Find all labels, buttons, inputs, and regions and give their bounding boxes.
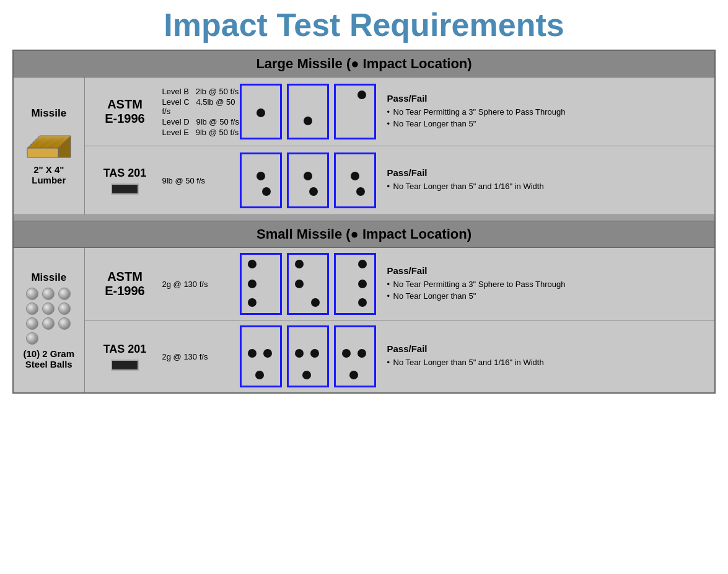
impact-dot bbox=[302, 371, 311, 379]
passfail-item: No Tear Longer than 5" bbox=[387, 119, 709, 128]
impact-dot bbox=[304, 117, 312, 125]
large-astm-row: ASTM E-1996 Level B 2lb @ 50 f/s Level C… bbox=[85, 77, 715, 146]
impact-dot bbox=[358, 298, 367, 307]
large-astm-spec: Level B 2lb @ 50 f/s Level C 4.5lb @ 50 … bbox=[159, 86, 240, 138]
impact-dot bbox=[342, 349, 351, 358]
impact-dot bbox=[257, 172, 265, 180]
small-astm-row: ASTM E-1996 2g @ 130 f/s bbox=[85, 248, 715, 320]
small-astm-diagrams bbox=[240, 253, 376, 315]
impact-dot bbox=[248, 260, 257, 268]
steel-ball bbox=[58, 302, 71, 315]
impact-box-3 bbox=[334, 253, 376, 315]
small-missile-header: Small Missile (● Impact Location) bbox=[13, 221, 715, 248]
impact-box-3 bbox=[334, 84, 376, 139]
steel-balls-grid bbox=[24, 288, 74, 345]
impact-dot bbox=[358, 260, 367, 268]
small-astm-row-cell: ASTM E-1996 2g @ 130 f/s bbox=[84, 248, 715, 320]
impact-dot bbox=[295, 260, 304, 268]
small-missile-cell: Missile (10) 2 GramSteel Balls bbox=[13, 248, 84, 394]
large-astm-passfail: Pass/Fail No Tear Permitting a 3" Sphere… bbox=[376, 93, 709, 131]
passfail-item: No Tear Longer than 5" bbox=[387, 291, 709, 301]
steel-ball bbox=[26, 288, 38, 300]
steel-ball bbox=[26, 332, 38, 345]
impact-dot bbox=[248, 349, 257, 358]
main-table: Large Missile (● Impact Location) Missil… bbox=[12, 50, 716, 394]
impact-dot bbox=[357, 349, 366, 358]
small-missile-size: (10) 2 GramSteel Balls bbox=[19, 348, 79, 369]
impact-dot bbox=[349, 371, 358, 379]
large-astm-standard: ASTM E-1996 bbox=[91, 97, 159, 126]
large-tas-passfail: Pass/Fail No Tear Longer than 5" and 1/1… bbox=[376, 167, 709, 193]
impact-dot bbox=[295, 349, 304, 358]
impact-dot bbox=[356, 187, 365, 196]
large-tas-spec: 9lb @ 50 f/s bbox=[159, 175, 240, 187]
impact-dot bbox=[309, 187, 318, 196]
impact-box-2 bbox=[287, 325, 329, 387]
steel-ball bbox=[42, 288, 55, 300]
impact-box-3 bbox=[334, 152, 376, 208]
large-tas-standard: TAS 201 bbox=[91, 167, 159, 195]
impact-dot bbox=[255, 371, 264, 379]
small-tas-passfail: Pass/Fail No Tear Longer than 5" and 1/1… bbox=[376, 343, 709, 369]
steel-ball bbox=[42, 317, 55, 330]
small-astm-spec: 2g @ 130 f/s bbox=[159, 278, 240, 290]
passfail-title: Pass/Fail bbox=[387, 167, 709, 178]
impact-dot bbox=[262, 187, 271, 196]
impact-box-3 bbox=[334, 325, 376, 387]
impact-box-2 bbox=[287, 253, 329, 315]
small-tas-row-cell: TAS 201 2g @ 130 f/s bbox=[84, 320, 715, 394]
passfail-item: No Tear Permitting a 3" Sphere to Pass T… bbox=[387, 107, 709, 117]
impact-dot bbox=[295, 280, 304, 288]
page-wrapper: Impact Test Requirements Large Missile (… bbox=[0, 0, 728, 400]
large-tas-row: TAS 201 9lb @ 50 f/s bbox=[85, 146, 715, 214]
steel-ball bbox=[58, 288, 71, 300]
tas-badge bbox=[111, 360, 139, 371]
large-missile-label: Missile bbox=[19, 107, 79, 120]
impact-box-1 bbox=[240, 325, 282, 387]
passfail-item: No Tear Permitting a 3" Sphere to Pass T… bbox=[387, 280, 709, 289]
impact-dot bbox=[248, 298, 257, 307]
page-title: Impact Test Requirements bbox=[12, 6, 716, 43]
divider bbox=[13, 215, 715, 221]
passfail-item: No Tear Longer than 5" and 1/16" in Widt… bbox=[387, 358, 709, 367]
large-missile-header: Large Missile (● Impact Location) bbox=[13, 50, 715, 77]
impact-box-1 bbox=[240, 152, 282, 208]
large-astm-row-cell: ASTM E-1996 Level B 2lb @ 50 f/s Level C… bbox=[84, 77, 715, 146]
passfail-title: Pass/Fail bbox=[387, 93, 709, 104]
passfail-title: Pass/Fail bbox=[387, 343, 709, 354]
small-tas-row: TAS 201 2g @ 130 f/s bbox=[85, 320, 715, 392]
steel-ball bbox=[26, 302, 38, 315]
steel-ball bbox=[42, 302, 55, 315]
large-missile-cell: Missile bbox=[13, 77, 84, 215]
small-tas-standard: TAS 201 bbox=[91, 343, 159, 371]
impact-dot bbox=[304, 172, 312, 180]
impact-dot bbox=[311, 298, 320, 307]
tas-badge bbox=[111, 183, 139, 195]
impact-dot bbox=[310, 349, 319, 358]
impact-dot bbox=[351, 172, 359, 180]
impact-box-2 bbox=[287, 152, 329, 208]
impact-dot bbox=[257, 108, 265, 117]
impact-dot bbox=[358, 280, 367, 288]
small-astm-standard: ASTM E-1996 bbox=[91, 270, 159, 298]
large-astm-diagrams bbox=[240, 84, 376, 139]
large-tas-row-cell: TAS 201 9lb @ 50 f/s bbox=[84, 146, 715, 215]
small-tas-diagrams bbox=[240, 325, 376, 387]
steel-ball bbox=[58, 317, 71, 330]
impact-dot bbox=[263, 349, 272, 358]
impact-box-1 bbox=[240, 84, 282, 139]
large-missile-size: 2" X 4"Lumber bbox=[19, 164, 79, 185]
impact-dot bbox=[357, 91, 366, 99]
small-missile-label: Missile bbox=[19, 272, 79, 284]
small-tas-spec: 2g @ 130 f/s bbox=[159, 351, 240, 363]
impact-box-1 bbox=[240, 253, 282, 315]
lumber-icon bbox=[21, 123, 77, 161]
impact-box-2 bbox=[287, 84, 329, 139]
passfail-item: No Tear Longer than 5" and 1/16" in Widt… bbox=[387, 182, 709, 191]
impact-dot bbox=[248, 280, 257, 288]
svg-marker-2 bbox=[27, 148, 58, 157]
small-astm-passfail: Pass/Fail No Tear Permitting a 3" Sphere… bbox=[376, 265, 709, 303]
passfail-title: Pass/Fail bbox=[387, 265, 709, 276]
large-tas-diagrams bbox=[240, 152, 376, 208]
steel-ball bbox=[26, 317, 38, 330]
